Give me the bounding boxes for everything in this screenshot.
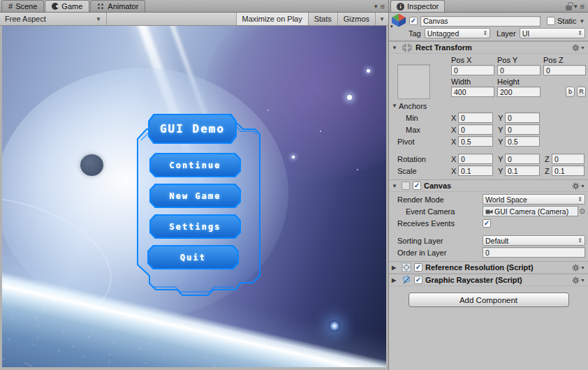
pos-z-label: Pos Z — [543, 56, 586, 64]
game-viewport: GUI Demo Continue New Game Settings Quit — [2, 26, 386, 367]
star-flare — [329, 320, 340, 332]
gizmos-button[interactable]: Gizmos — [337, 13, 375, 25]
quit-label: Quit — [149, 246, 237, 268]
scale-x-field[interactable] — [458, 165, 493, 176]
rect-transform-icon — [402, 43, 413, 52]
quit-button[interactable]: Quit — [147, 245, 239, 269]
axis-z-label: Z — [545, 167, 552, 175]
rect-transform-header[interactable]: ▼ Rect Transform ▼ — [389, 41, 588, 54]
render-mode-label: Render Mode — [397, 195, 483, 204]
gear-icon[interactable]: ▼ — [572, 182, 585, 190]
animator-icon — [98, 3, 100, 6]
pivot-x-field[interactable] — [458, 136, 493, 147]
gear-icon[interactable]: ▼ — [572, 276, 585, 284]
maximize-label: Maximize on Play — [242, 15, 302, 23]
canvas-component: ▼ Canvas ▼ Render Mode World Space Event… — [389, 179, 588, 261]
render-mode-dropdown[interactable]: World Space — [483, 194, 585, 205]
inspector-menu[interactable]: ▾ ≡ — [566, 2, 585, 10]
graphic-raycaster-checkbox[interactable] — [414, 276, 422, 284]
tab-inspector[interactable]: i Inspector — [390, 0, 445, 12]
axis-y-label: Y — [498, 155, 505, 163]
foldout-icon[interactable]: ▼ — [392, 183, 399, 189]
reference-resolution-icon — [402, 262, 411, 272]
scale-y-field[interactable] — [505, 165, 540, 176]
gameobject-icon[interactable]: ▾ — [392, 14, 406, 29]
tag-label: Tag — [409, 29, 421, 38]
lock-icon[interactable] — [566, 6, 572, 10]
order-in-layer-field[interactable] — [483, 247, 585, 258]
stats-button[interactable]: Stats — [308, 13, 337, 25]
tag-dropdown[interactable]: Untagged — [425, 28, 490, 38]
canvas-header[interactable]: ▼ Canvas ▼ — [389, 179, 588, 192]
axis-z-label: Z — [545, 155, 552, 163]
rotation-y-field[interactable] — [505, 154, 540, 164]
pivot-y-field[interactable] — [505, 136, 540, 147]
pos-y-field[interactable] — [497, 65, 541, 75]
anchor-min-y-field[interactable] — [505, 112, 540, 123]
maximize-on-play-button[interactable]: Maximize on Play — [236, 13, 308, 25]
camera-icon — [485, 207, 493, 215]
scale-z-field[interactable] — [552, 165, 585, 176]
gear-icon[interactable]: ▼ — [572, 264, 585, 272]
continue-button[interactable]: Continue — [149, 153, 241, 177]
event-camera-value: GUI Camera (Camera) — [494, 207, 568, 216]
rotation-x-field[interactable] — [458, 154, 493, 164]
axis-x-label: X — [451, 126, 458, 134]
tab-game[interactable]: Game — [45, 0, 89, 12]
anchor-max-y-field[interactable] — [505, 124, 540, 135]
foldout-icon[interactable]: ▶ — [392, 265, 399, 271]
game-panel: # Scene Game Animator ▾≡ Free Aspect ▼ M… — [0, 0, 388, 370]
aspect-dropdown[interactable]: Free Aspect ▼ — [0, 13, 107, 25]
menu-title: GUI Demo — [149, 115, 235, 142]
rect-transform-title: Rect Transform — [416, 43, 472, 52]
reference-resolution-header[interactable]: ▶ Reference Resolution (Script) ▼ — [389, 261, 588, 274]
graphic-raycaster-header[interactable]: ▶ Graphic Raycaster (Script) ▼ — [389, 274, 588, 286]
event-camera-field[interactable]: GUI Camera (Camera) — [483, 206, 578, 216]
star — [292, 156, 295, 158]
anchor-max-x-field[interactable] — [458, 124, 493, 135]
gizmos-dropdown-arrow[interactable]: ▼ — [375, 13, 388, 25]
menu-icon: ≡ — [580, 2, 585, 10]
toolbar-spacer — [107, 13, 236, 25]
blueprint-button[interactable]: b — [566, 87, 575, 97]
anchor-preview-box[interactable] — [397, 64, 430, 99]
panel-menu-icon[interactable]: ▾≡ — [374, 2, 385, 10]
reset-rotation-button[interactable]: R — [577, 87, 586, 97]
pos-y-label: Pos Y — [497, 56, 541, 64]
new-game-button[interactable]: New Game — [149, 184, 241, 208]
canvas-title: Canvas — [424, 182, 451, 190]
anchor-min-x-field[interactable] — [458, 112, 493, 123]
canvas-enabled-checkbox[interactable] — [413, 182, 421, 190]
sorting-layer-dropdown[interactable]: Default — [483, 235, 585, 246]
static-checkbox[interactable] — [547, 17, 555, 25]
gameobject-name-field[interactable] — [420, 16, 541, 27]
settings-button[interactable]: Settings — [149, 214, 241, 239]
tag-value: Untagged — [427, 29, 460, 38]
render-mode-value: World Space — [485, 195, 527, 204]
scale-label: Scale — [397, 167, 451, 175]
rotation-z-field[interactable] — [552, 154, 585, 164]
width-field[interactable] — [451, 87, 494, 97]
reference-resolution-checkbox[interactable] — [414, 263, 422, 272]
order-in-layer-label: Order in Layer — [397, 249, 483, 257]
receives-events-checkbox[interactable] — [483, 219, 491, 228]
game-toolbar: Free Aspect ▼ Maximize on Play Stats Giz… — [0, 13, 388, 26]
pos-z-field[interactable] — [543, 65, 586, 75]
tab-animator[interactable]: Animator — [90, 0, 145, 12]
active-checkbox[interactable] — [409, 17, 418, 25]
left-tabstrip: # Scene Game Animator ▾≡ — [0, 0, 388, 13]
foldout-icon[interactable]: ▶ — [392, 277, 399, 283]
object-picker-icon[interactable]: ⊙ — [580, 207, 585, 215]
pos-x-field[interactable] — [451, 65, 494, 75]
receives-events-label: Receives Events — [397, 219, 483, 228]
chevron-down-icon: ▼ — [379, 16, 385, 22]
tab-scene[interactable]: # Scene — [1, 0, 44, 12]
axis-x-label: X — [451, 155, 458, 163]
height-field[interactable] — [497, 87, 541, 97]
gear-icon[interactable]: ▼ — [572, 44, 585, 52]
layer-dropdown[interactable]: UI — [520, 28, 585, 38]
static-dropdown-arrow[interactable]: ▼ — [580, 18, 585, 24]
foldout-icon[interactable]: ▼ — [392, 45, 399, 51]
anchors-foldout-icon[interactable]: ▼ — [392, 103, 399, 109]
add-component-button[interactable]: Add Component — [409, 293, 569, 307]
